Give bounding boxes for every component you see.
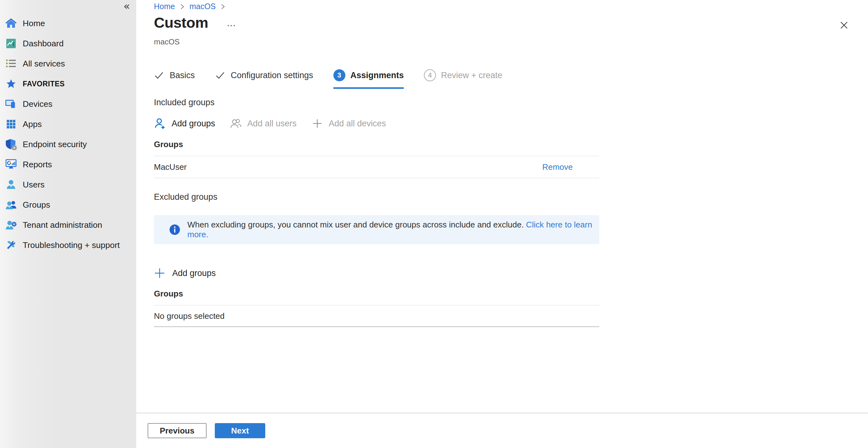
troubleshoot-icon [4, 239, 18, 252]
sidebar-item-users[interactable]: Users [0, 175, 136, 195]
add-all-users-label: Add all users [247, 119, 297, 129]
tenant-admin-icon [4, 218, 18, 232]
checkmark-icon [215, 70, 226, 81]
info-message: When excluding groups, you cannot mix us… [187, 220, 524, 229]
sidebar-collapse-icon[interactable]: « [123, 1, 130, 11]
people-icon [229, 117, 242, 130]
sidebar-item-endpoint-security[interactable]: Endpoint security [0, 134, 136, 154]
table-divider [154, 326, 599, 327]
next-button[interactable]: Next [215, 423, 265, 438]
add-groups-label: Add groups [172, 119, 215, 129]
home-icon [4, 17, 18, 30]
sidebar-item-home[interactable]: Home [0, 13, 136, 33]
previous-button[interactable]: Previous [148, 423, 207, 438]
sidebar-item-label: Tenant administration [23, 220, 102, 230]
page-header: Custom … [154, 14, 237, 31]
checkmark-icon [154, 70, 165, 81]
main-content: Home macOS Custom … macOS [136, 0, 868, 448]
sidebar-item-dashboard[interactable]: Dashboard [0, 33, 136, 54]
breadcrumb-macos-link[interactable]: macOS [190, 2, 216, 11]
sidebar-item-troubleshooting-support[interactable]: Troubleshooting + support [0, 235, 136, 255]
sidebar-favorites-label: FAVORITES [23, 80, 65, 88]
add-all-devices-label: Add all devices [329, 119, 386, 129]
sidebar-nav: Home Dashboard [0, 0, 136, 255]
info-icon [169, 224, 180, 235]
page-subtitle: macOS [154, 37, 180, 46]
dashboard-icon [4, 37, 18, 50]
excluded-groups-heading: Excluded groups [154, 189, 599, 202]
table-divider [154, 178, 599, 178]
assignments-panel: Included groups Add groups [154, 95, 599, 327]
add-groups-button[interactable]: Add groups [154, 117, 215, 130]
sidebar-item-label: Home [23, 19, 45, 28]
plus-icon [311, 117, 323, 130]
info-banner-text: When excluding groups, you cannot mix us… [187, 220, 599, 239]
tab-configuration-settings[interactable]: Configuration settings [215, 69, 313, 89]
add-all-users-button: Add all users [229, 117, 297, 130]
sidebar-item-label: Endpoint security [23, 140, 87, 149]
reports-icon [4, 158, 18, 171]
add-all-devices-button: Add all devices [311, 117, 386, 130]
remove-group-link[interactable]: Remove [542, 162, 573, 172]
tab-label: Basics [170, 71, 195, 80]
info-banner: When excluding groups, you cannot mix us… [154, 215, 599, 244]
step-number-badge: 4 [424, 69, 436, 81]
tab-label: Review + create [441, 71, 502, 80]
sidebar-item-label: Groups [23, 200, 50, 210]
breadcrumb-home-link[interactable]: Home [154, 2, 175, 11]
sidebar-item-label: Troubleshooting + support [23, 240, 120, 250]
shield-gear-icon [4, 138, 18, 151]
sidebar-item-label: Devices [23, 99, 52, 109]
groups-column-header: Groups [154, 140, 599, 156]
sidebar-item-label: All services [23, 59, 65, 69]
all-services-icon [4, 57, 18, 70]
apps-icon [4, 117, 18, 131]
included-groups-actions: Add groups Add all users [154, 116, 599, 131]
breadcrumb: Home macOS [154, 2, 230, 11]
page-title: Custom [154, 14, 208, 31]
sidebar-favorites-header: FAVORITES [0, 74, 136, 94]
sidebar-item-apps[interactable]: Apps [0, 114, 136, 134]
sidebar-item-tenant-administration[interactable]: Tenant administration [0, 215, 136, 235]
person-add-icon [154, 117, 166, 130]
sidebar-item-groups[interactable]: Groups [0, 195, 136, 215]
chevron-right-icon [180, 3, 185, 10]
included-groups-table: Groups MacUser Remove [154, 140, 599, 178]
wizard-footer: Previous Next [136, 413, 868, 448]
excluded-groups-table: Groups No groups selected [154, 289, 599, 327]
step-number-badge: 3 [333, 69, 345, 81]
table-row: MacUser Remove [154, 156, 599, 178]
sidebar-item-label: Dashboard [23, 39, 64, 48]
more-options-button[interactable]: … [226, 17, 237, 28]
included-groups-heading: Included groups [154, 95, 599, 107]
groups-column-header: Groups [154, 289, 599, 305]
group-name: MacUser [154, 162, 187, 172]
sidebar-item-label: Users [23, 180, 44, 189]
sidebar-item-label: Reports [23, 160, 52, 170]
excluded-add-groups-button[interactable]: Add groups [154, 266, 599, 280]
groups-icon [4, 198, 18, 211]
close-blade-button[interactable] [838, 20, 850, 31]
plus-icon [154, 268, 165, 279]
tab-assignments[interactable]: 3 Assignments [333, 69, 404, 89]
chevron-right-icon [221, 3, 225, 10]
sidebar-item-label: Apps [23, 119, 42, 129]
intune-admin-window: « Home [0, 0, 868, 448]
tab-review-create: 4 Review + create [424, 69, 502, 89]
devices-icon [4, 97, 18, 111]
tab-label: Assignments [350, 71, 404, 80]
tab-basics[interactable]: Basics [154, 69, 195, 89]
sidebar-item-all-services[interactable]: All services [0, 54, 136, 74]
sidebar-item-reports[interactable]: Reports [0, 154, 136, 175]
empty-state-text: No groups selected [154, 306, 599, 326]
close-icon [839, 20, 849, 31]
user-icon [4, 178, 18, 191]
sidebar-item-devices[interactable]: Devices [0, 94, 136, 114]
excluded-add-groups-label: Add groups [172, 268, 216, 278]
wizard-steps: Basics Configuration settings 3 Assignme… [154, 69, 523, 89]
tab-label: Configuration settings [231, 71, 313, 80]
star-icon [4, 77, 18, 91]
sidebar: « Home [0, 0, 136, 448]
